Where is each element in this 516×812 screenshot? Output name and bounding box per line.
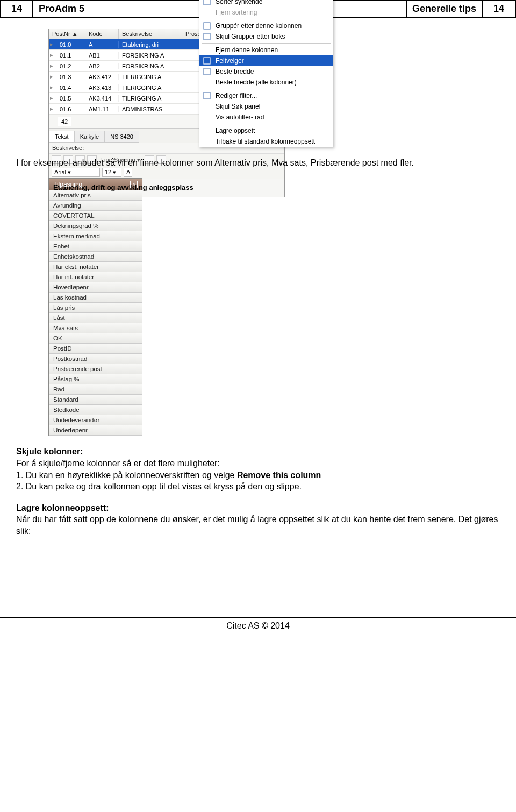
field-chooser-item[interactable]: Enhet xyxy=(49,241,142,252)
svg-rect-4 xyxy=(204,58,210,64)
field-chooser-item[interactable]: OK xyxy=(49,333,142,344)
svg-rect-1 xyxy=(204,0,210,5)
field-chooser-item[interactable]: Lås pris xyxy=(49,303,142,313)
field-chooser-item[interactable]: PostID xyxy=(49,344,142,354)
menu-item[interactable]: Feltvelger xyxy=(199,55,333,66)
svg-rect-6 xyxy=(204,92,210,99)
bestfit-icon xyxy=(203,67,211,76)
field-chooser-item[interactable]: Har int. notater xyxy=(49,272,142,282)
screenshot-grid: PostNr ▲ Kode Beskrivelse Prosesskodenot… xyxy=(48,29,500,147)
page-number-left: 14 xyxy=(1,1,33,17)
footer: Citec AS © 2014 xyxy=(0,617,516,638)
tab-ns3420[interactable]: NS 3420 xyxy=(104,131,139,143)
field-chooser-item[interactable]: Påslag % xyxy=(49,374,142,384)
field-chooser-item[interactable]: Låst xyxy=(49,313,142,323)
svg-rect-2 xyxy=(204,23,210,29)
field-chooser-item[interactable]: Stedkode xyxy=(49,405,142,415)
field-chooser-item[interactable]: Lås kostnad xyxy=(49,293,142,303)
menu-item: Fjern sortering xyxy=(199,7,333,18)
field-chooser-item[interactable]: Underleverandør xyxy=(49,415,142,425)
menu-item[interactable]: Gruppér etter denne kolonnen xyxy=(199,20,333,31)
field-chooser-item[interactable]: Mva sats xyxy=(49,323,142,333)
font-select[interactable]: Arial ▾ xyxy=(52,168,100,177)
page-number-right: 14 xyxy=(483,1,515,17)
paragraph-intro: I for eksempel anbudet så vil en finne k… xyxy=(16,157,500,169)
tilpasning-panel: Tilpasning × Alternativ prisAvrundingCOV… xyxy=(48,178,142,436)
sect-save-layout: Lagre kolonneoppsett: Når du har fått sa… xyxy=(16,502,500,537)
group-hide-icon xyxy=(203,32,211,41)
column-context-menu: Sorter stigendeSorter synkendeFjern sort… xyxy=(199,0,333,147)
col-besk[interactable]: Beskrivelse xyxy=(119,29,182,39)
tab-kalkyle[interactable]: Kalkyle xyxy=(74,131,105,143)
menu-item[interactable]: Skjul Grupper etter boks xyxy=(199,31,333,42)
tab-tekst[interactable]: Tekst xyxy=(49,131,75,143)
menu-item[interactable]: Skjul Søk panel xyxy=(199,101,333,112)
grid-sum: 42 xyxy=(58,117,71,126)
field-chooser-item[interactable]: Dekningsgrad % xyxy=(49,221,142,231)
field-chooser-item[interactable]: Standard xyxy=(49,395,142,405)
close-icon[interactable]: × xyxy=(130,181,138,188)
filter-icon xyxy=(203,91,211,100)
size-select[interactable]: 12 ▾ xyxy=(102,168,121,177)
menu-item[interactable]: Lagre oppsett xyxy=(199,125,333,136)
menu-item[interactable]: Vis autofilter- rad xyxy=(199,112,333,123)
svg-rect-3 xyxy=(204,33,210,40)
section-title: Generelle tips xyxy=(407,1,483,17)
field-chooser-item[interactable]: COVERTOTAL xyxy=(49,211,142,221)
menu-item[interactable]: Beste bredde xyxy=(199,66,333,77)
field-chooser-item[interactable]: Prisbærende post xyxy=(49,364,142,374)
svg-rect-5 xyxy=(204,68,210,75)
group-icon xyxy=(203,22,211,30)
sort-desc-icon xyxy=(203,0,211,6)
field-chooser-item[interactable]: Hovedløpenr xyxy=(49,282,142,293)
field-chooser-item[interactable]: Ekstern merknad xyxy=(49,231,142,241)
field-chooser-item[interactable]: Enhetskostnad xyxy=(49,252,142,262)
menu-item[interactable]: Fjern denne kolonnen xyxy=(199,45,333,55)
menu-item[interactable]: Beste bredde (alle kolonner) xyxy=(199,77,333,88)
menu-item[interactable]: Rediger filter... xyxy=(199,90,333,101)
menu-item[interactable]: Sorter synkende xyxy=(199,0,333,7)
sect-hide-columns: Skjule kolonner: For å skjule/fjerne kol… xyxy=(16,446,500,492)
field-chooser-item[interactable]: Rad xyxy=(49,384,142,395)
field-chooser-item[interactable]: Postkostnad xyxy=(49,354,142,364)
field-chooser-item[interactable]: Underløpenr xyxy=(49,425,142,436)
field-chooser-icon xyxy=(203,56,211,65)
menu-item[interactable]: Tilbake til standard kolonneoppsett xyxy=(199,136,333,147)
font-color-icon[interactable]: A xyxy=(124,168,132,177)
tilpasning-title: Tilpasning xyxy=(53,181,82,188)
col-postnr[interactable]: PostNr ▲ xyxy=(49,29,85,39)
field-chooser-item[interactable]: Har ekst. notater xyxy=(49,262,142,272)
col-kode[interactable]: Kode xyxy=(85,29,119,39)
field-chooser-item[interactable]: Avrunding xyxy=(49,201,142,211)
